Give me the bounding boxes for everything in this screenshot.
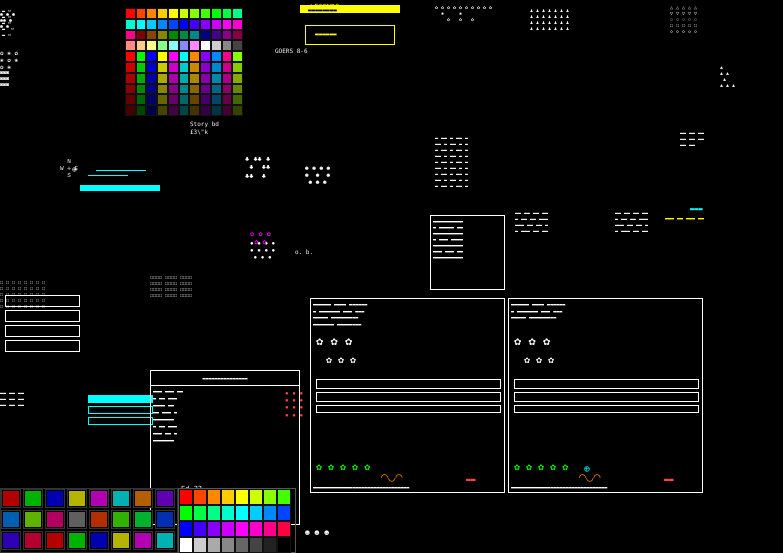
color-cell (157, 73, 168, 84)
section2-rect3 (514, 405, 699, 413)
bottom-left-icon (111, 531, 131, 550)
color-cell (168, 84, 179, 95)
large-section-1: ▬▬▬▬▬▬ ▬▬▬▬ ▬▬▬▬▬▬ ▬ ▬▬▬▬▬▬▬ ▬▬▬ ▬▬▬ ▬▬▬… (310, 298, 505, 493)
color-cell (200, 73, 211, 84)
bottom-color-cell (277, 537, 291, 553)
color-cell (211, 94, 222, 105)
color-cell (125, 73, 136, 84)
header-text: ▬▬▬▬▬▬▬▬ (308, 6, 337, 13)
color-cell (157, 62, 168, 73)
color-cell (222, 62, 233, 73)
box-mid-1-content: ▬▬▬▬▬▬▬▬▬▬▬ ▬▬▬▬▬ ▬▬▬▬▬▬▬▬▬▬▬▬▬ ▬▬▬ ▬▬▬▬… (431, 216, 504, 262)
color-cell (189, 73, 200, 84)
bottom-color-cell (277, 505, 291, 521)
rect-left-3 (5, 325, 80, 337)
color-cell (222, 8, 233, 19)
color-cell (200, 51, 211, 62)
color-cell (125, 30, 136, 41)
rect-left-4 (5, 340, 80, 352)
bottom-color-cell (263, 521, 277, 537)
bottom-color-cell (249, 537, 263, 553)
section1-rect1 (316, 379, 501, 389)
bottom-left-icon (155, 489, 175, 508)
bottom-color-cell (221, 505, 235, 521)
color-cell (211, 105, 222, 116)
color-cell (136, 84, 147, 95)
color-cell (168, 62, 179, 73)
bottom-left-icon (89, 489, 109, 508)
color-cell (136, 30, 147, 41)
color-cell (136, 73, 147, 84)
section1-content: ▬▬▬▬▬▬ ▬▬▬▬ ▬▬▬▬▬▬ ▬ ▬▬▬▬▬▬▬ ▬▬▬ ▬▬▬ ▬▬▬… (313, 301, 367, 327)
color-cell (168, 30, 179, 41)
color-cell (211, 51, 222, 62)
color-cell (136, 40, 147, 51)
bottom-color-cell (207, 521, 221, 537)
color-cell (179, 94, 190, 105)
color-cell (211, 62, 222, 73)
section2-rect1 (514, 379, 699, 389)
magenta-symbols: ✿ ✿ ✿ ✿ ✿ (250, 230, 271, 247)
bottom-color-cell (249, 505, 263, 521)
color-cell (232, 40, 243, 51)
bottom-color-cell (235, 489, 249, 505)
bottom-color-cell (207, 537, 221, 553)
bottom-color-cell (235, 521, 249, 537)
color-cell (168, 8, 179, 19)
color-cell (146, 62, 157, 73)
color-cell (157, 84, 168, 95)
story-label: Story bd (190, 120, 219, 127)
bottom-left-icon (111, 489, 131, 508)
color-cell (189, 105, 200, 116)
section1-green-trees: ✿ ✿ ✿ ✿ ✿ (316, 461, 370, 472)
color-cell (157, 8, 168, 19)
cars-left-bottom: ▬▬ ▬▬ ▬▬ ▬▬ ▬▬ ▬▬ ▬▬ ▬▬ ▬▬ (0, 390, 24, 408)
color-cell (211, 30, 222, 41)
color-cell (200, 19, 211, 30)
color-cell (222, 51, 233, 62)
bottom-color-cell (179, 521, 193, 537)
bottom-color-cell (249, 521, 263, 537)
bottom-color-cell (277, 489, 291, 505)
bottom-color-cell (193, 505, 207, 521)
bottom-left-icon (23, 489, 43, 508)
bottom-color-cell (207, 489, 221, 505)
section1-red-car: ▬▬ (466, 475, 476, 484)
color-cell (136, 94, 147, 105)
color-cell (168, 40, 179, 51)
mid-grid-header: ▬▬▬▬▬▬▬▬▬▬▬▬▬▬▬ (202, 375, 247, 381)
color-cell (179, 62, 190, 73)
color-cell (200, 40, 211, 51)
color-cell (232, 8, 243, 19)
bottom-left-icon (45, 531, 65, 550)
color-cell (200, 62, 211, 73)
section1-rect3 (316, 405, 501, 413)
color-cell (157, 40, 168, 51)
bottom-color-cell (179, 505, 193, 521)
color-cell (222, 40, 233, 51)
yellow-box-text: ▬▬▬▬▬▬ (315, 30, 337, 37)
color-cell (157, 105, 168, 116)
cyan-rect-3 (88, 417, 153, 425)
bottom-color-cell (193, 521, 207, 537)
color-cell (200, 8, 211, 19)
bottom-color-cell (179, 537, 193, 553)
color-cell (179, 73, 190, 84)
bottom-color-cell (179, 489, 193, 505)
bottom-left-panel (0, 488, 178, 553)
bottom-color-cell (207, 505, 221, 521)
color-cell (211, 40, 222, 51)
color-cell (157, 94, 168, 105)
bottom-left-icon (133, 489, 153, 508)
color-cell (232, 84, 243, 95)
color-cell (146, 8, 157, 19)
color-cell (146, 105, 157, 116)
rect-left-2 (5, 310, 80, 322)
bottom-left-icon (23, 531, 43, 550)
ob-label: o. b. (295, 248, 313, 255)
section1-bottom-label: ▬▬▬▬▬▬▬▬▬▬▬▬▬▬▬▬▬▬▬▬▬▬▬▬▬▬▬▬▬▬▬▬ (313, 484, 409, 490)
cad-canvas: LEGENDS ▬ ▭ ▬ ▭ ▬ ▭ ▬ ▭ ▬ ▭ ☻ ☻ ☻ ☻☻ ☻ ☻… (0, 0, 783, 553)
section1-trees2: ✿ ✿ ✿ (326, 354, 356, 365)
color-cell (125, 19, 136, 30)
color-cell (232, 105, 243, 116)
